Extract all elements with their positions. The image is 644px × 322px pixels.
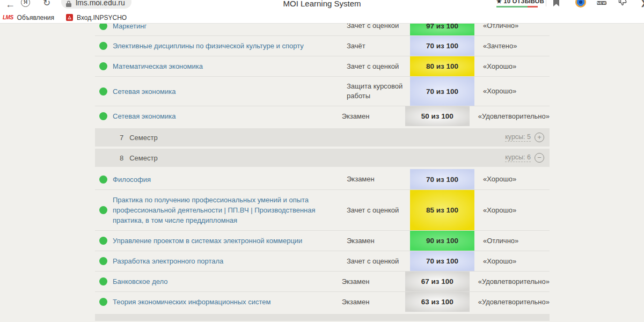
status-dot-icon [99,175,107,184]
status-dot-icon [99,257,107,265]
status-dot-icon [99,206,107,214]
semester-header-row-partial [95,314,550,321]
status-dot-cell [95,298,113,306]
clipped-edge-icon: ❯ [640,0,644,7]
course-link[interactable]: Элективные дисциплины по физической куль… [113,36,347,56]
status-dot-cell [95,277,113,286]
score-value: 70 из 100 [426,87,458,96]
status-dot-cell [95,87,113,96]
course-link[interactable]: Теория экономических информационных сист… [113,292,342,312]
status-dot-cell [95,237,113,245]
reviews-rating-bar [496,6,540,8]
status-dot-cell [95,26,113,34]
inpsycho-favicon [66,14,73,21]
grade-text: «Хорошо» [474,82,550,101]
semester-header-row: 7Семестркурсы: 5+ [95,128,550,147]
courses-count-link[interactable]: курсы: 6 [505,153,531,162]
table-row: Теория экономических информационных сист… [95,291,550,312]
status-dot-cell [95,206,113,214]
course-link[interactable]: Разработка электронного портала [113,251,347,271]
course-link[interactable]: Математическая экономика [113,56,347,76]
status-dot-icon [99,277,107,286]
new-badge-label: NEW [597,1,606,5]
grade-text: «Отлично» [474,231,550,251]
expand-icon[interactable]: + [535,133,544,142]
status-dot-icon [99,237,107,245]
grade-text: «Удовлетворительно» [470,107,550,126]
grade-text: «Зачтено» [474,36,550,56]
semester-label: Семестр [129,134,157,142]
table-row: Сетевая экономикаЭкзамен50 из 100«Удовле… [95,106,550,126]
score-value: 70 из 100 [426,175,458,184]
bookmark-announcements[interactable]: LMS Объявления [3,14,54,21]
status-dot-cell [95,62,113,70]
course-link[interactable]: Сетевая экономика [113,106,342,126]
browser-chrome: ← Я ↻ lms.moi.edu.ru MOI Learning System… [0,0,644,24]
course-link[interactable]: Философия [113,170,347,189]
exam-type: Зачет с оценкой [347,24,410,35]
lms-favicon: LMS [3,14,13,20]
courses-count-link[interactable]: курсы: 5 [505,133,531,142]
grades-table: МаркетингЗачет с оценкой97 из 100«Отличн… [95,24,550,321]
course-link[interactable]: Практика по получению профессиональных у… [113,190,347,230]
table-row: Разработка электронного порталаЗачет с о… [95,251,550,271]
exam-type: Зачет с оценкой [347,252,410,271]
status-dot-icon [99,62,107,70]
new-extension-icon[interactable]: NEW [597,0,610,6]
score-value: 97 из 100 [426,24,458,30]
grade-text: «Хорошо» [474,170,550,189]
course-link[interactable]: Управление проектом в системах электронн… [113,231,347,251]
grade-text: «Отлично» [474,24,550,35]
course-link[interactable]: Маркетинг [113,24,347,35]
exam-type: Зачет с оценкой [347,57,410,76]
score-cell: 85 из 100 [410,190,474,230]
semester-header-row: 8Семестркурсы: 6− [95,149,550,167]
table-row: Банковское делоЭкзамен67 из 100«Удовлетв… [95,271,550,291]
score-value: 80 из 100 [426,62,458,70]
score-cell: 70 из 100 [410,251,474,271]
score-cell: 70 из 100 [410,77,474,106]
rating-bar-negative [528,6,538,8]
rating-bar-positive [496,6,528,8]
score-value: 85 из 100 [426,206,458,214]
score-cell: 63 из 100 [405,292,470,312]
lms-page: МаркетингЗачет с оценкой97 из 100«Отличн… [0,24,644,321]
table-row: Сетевая экономикаЗащита курсовой работы7… [95,76,550,106]
table-row: Практика по получению профессиональных у… [95,189,550,230]
exam-type: Зачет с оценкой [347,201,410,220]
semester-number: 8 [120,154,123,162]
score-cell: 70 из 100 [410,36,474,56]
score-cell: 80 из 100 [410,56,474,76]
collapse-icon[interactable]: − [535,153,544,163]
exam-type: Экзамен [342,292,405,312]
score-value: 70 из 100 [426,42,458,50]
exam-type: Экзамен [347,170,410,189]
browser-toolbar: ← Я ↻ lms.moi.edu.ru MOI Learning System… [0,0,644,11]
exam-type: Защита курсовой работы [347,77,410,106]
score-value: 67 из 100 [421,277,453,286]
score-value: 63 из 100 [421,298,453,306]
course-link[interactable]: Банковское дело [113,272,342,291]
status-dot-icon [99,42,107,50]
grade-text: «Хорошо» [474,201,550,220]
exam-type: Экзамен [342,107,405,126]
bookmark-inpsycho-login[interactable]: Вход.INPSYCHO [66,14,127,21]
grade-text: «Хорошо» [474,57,550,76]
star-icon: ★ [496,0,502,4]
table-row: Математическая экономикаЗачет с оценкой8… [95,56,550,76]
thumbs-down-icon[interactable] [618,0,627,9]
exam-type: Экзамен [347,231,410,251]
grade-text: «Хорошо» [474,252,550,271]
status-dot-icon [99,298,107,306]
status-dot-cell [95,257,113,265]
course-link[interactable]: Сетевая экономика [113,82,347,101]
reviews-label: 10 отзывов [504,0,544,4]
score-value: 90 из 100 [426,237,458,245]
status-dot-cell [95,112,113,120]
reviews-widget[interactable]: ★ 10 отзывов [496,0,540,8]
exam-type: Зачёт [347,36,410,56]
table-row: Элективные дисциплины по физической куль… [95,35,550,56]
semester-number: 7 [120,134,123,142]
grade-text: «Удовлетворительно» [470,292,550,312]
score-cell: 67 из 100 [405,272,470,291]
